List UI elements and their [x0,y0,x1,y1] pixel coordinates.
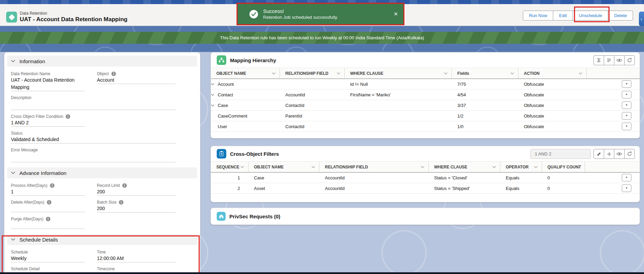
row-actions-dropdown[interactable]: ▼ [622,101,631,109]
record-type-label: Data Retention [20,11,127,16]
field-data-retention-name: Data Retention Name UAT - Account Data R… [11,67,85,91]
refresh-icon[interactable] [624,149,635,159]
sequence-cell: 2 [211,186,248,191]
section-header-advance-information[interactable]: Advance Information [7,167,197,178]
chevron-down-icon [311,166,315,168]
schedule-banner-text: This Data Retention rule has been schedu… [220,35,424,40]
add-icon[interactable] [604,149,614,159]
where-clause-cell: Status = 'Closed' [429,175,500,180]
column-header-where-clause[interactable]: WHERE CLAUSE [429,162,500,172]
object-name-cell: Case [218,103,228,108]
toast-close-icon[interactable]: ✕ [393,11,398,17]
info-icon[interactable] [50,183,55,188]
window-bottom-edge [0,272,644,274]
side-panel-toggle[interactable]: ‹ [639,12,644,26]
annotation-box-toast: Success! Retention Job scheduled success… [237,3,404,25]
data-retention-record-page: Data Retention UAT - Account Data Retent… [0,0,644,274]
section-header-schedule-details[interactable]: Schedule Details [7,234,197,245]
info-icon[interactable] [122,183,127,188]
edit-pencil-icon[interactable] [593,149,604,159]
row-actions-dropdown[interactable]: ▼ [622,91,631,98]
record-titles: Data Retention UAT - Account Data Retent… [20,11,127,23]
fields-cell: 7/75 [452,82,518,87]
chevron-down-icon [11,172,15,174]
tree-leaf-spacer [211,115,218,117]
field-label: Process After(Days) [11,183,47,188]
field-record-limit: Record Limit 200 [97,179,176,196]
info-icon[interactable] [47,200,52,205]
field-value: Validated & Scheduled [11,136,176,143]
field-value [11,205,85,212]
column-header-qualify-count[interactable]: QUALIFY COUNT [542,162,585,172]
caret-down-icon: ▼ [625,176,628,179]
info-icon[interactable] [111,71,116,76]
row-actions-dropdown[interactable]: ▼ [622,174,631,181]
schedule-details-fields: Schedule Weekly Time 12:00:00 AM Schedul… [4,245,200,274]
hierarchy-icon [217,55,226,65]
visibility-icon[interactable] [614,55,625,65]
field-value: 200 [97,188,176,196]
run-now-button[interactable]: Run Now [523,11,553,20]
field-time: Time 12:00:00 AM [97,246,176,262]
row-actions-dropdown[interactable]: ▼ [622,112,631,120]
row-actions-dropdown[interactable]: ▼ [622,184,631,192]
column-header-where-clause[interactable]: WHERE CLAUSE [345,68,452,79]
column-header-action[interactable]: ACTION [518,68,587,79]
field-purge-after-days: Purge After(Days) [11,213,85,229]
relationship-field-cell: AccountId [319,175,429,180]
field-label: Time [97,250,106,255]
row-actions-dropdown[interactable]: ▼ [622,123,631,130]
row-actions-dropdown[interactable]: ▼ [622,80,631,88]
column-label: OBJECT NAME [216,71,246,76]
field-label: Data Retention Name [11,71,50,76]
page-title: UAT - Account Data Retention Mapping [20,16,127,23]
field-object: Object Account [97,67,176,91]
tree-expand-chevron-icon[interactable] [211,104,218,107]
toast-title: Success! [263,8,338,14]
field-label: Schedule [11,250,28,255]
column-label: RELATIONSHIP FIELD [285,71,328,76]
section-title: Schedule Details [19,237,58,243]
column-header-object-name[interactable]: OBJECT NAME [211,68,280,79]
field-description: Description [11,91,176,110]
collapse-rows-icon[interactable] [604,55,614,65]
fields-cell: 1/2 [452,113,518,119]
where-clause-cell: Status = 'Shipped' [429,186,500,191]
column-header-relationship-field[interactable]: RELATIONSHIP FIELD [319,162,429,172]
field-status: Status Validated & Scheduled [11,127,176,143]
refresh-icon[interactable] [624,55,635,65]
chevron-down-icon [240,166,244,168]
visibility-icon[interactable] [614,149,625,159]
column-header-relationship-field[interactable]: RELATIONSHIP FIELD [280,68,345,79]
table-row: User ContactId 1/0 Obfuscate ▼ [211,121,640,132]
table-row: 2 Asset AccountId Status = 'Shipped' Equ… [211,183,640,194]
diamond-glyph [9,14,15,20]
operator-cell: Equals [500,175,542,180]
filters-toolbar-buttons [593,149,635,159]
column-header-sequence[interactable]: SEQUENCE [211,162,248,172]
caret-down-icon: ▼ [625,125,628,128]
fields-cell: 1/0 [452,124,518,129]
info-icon[interactable] [119,200,124,205]
column-header-fields[interactable]: Fields [452,68,518,79]
delete-button[interactable]: Delete [608,11,633,20]
column-label: OBJECT NAME [254,165,284,169]
section-header-information[interactable]: Information [7,56,197,67]
privsec-requests-panel[interactable]: PrivSec Requests (0) [211,208,640,225]
column-label: SEQUENCE [216,165,239,169]
column-header-operator[interactable]: OPERATOR [500,162,542,172]
expand-rows-icon[interactable] [593,55,604,65]
tree-expand-chevron-icon[interactable] [211,94,218,96]
unschedule-button[interactable]: Unschedule [573,11,609,20]
info-icon[interactable] [66,114,70,119]
table-row: CaseComment ParentId 1/2 Obfuscate ▼ [211,111,640,121]
info-icon[interactable] [46,217,51,221]
chevron-down-icon [577,166,581,168]
field-label: Status [11,131,23,136]
tree-expand-chevron-icon[interactable] [211,83,218,85]
column-header-object-name[interactable]: OBJECT NAME [248,162,319,172]
action-cell: Obfuscate [518,124,587,129]
edit-button[interactable]: Edit [553,11,573,20]
chevron-down-icon [11,238,15,241]
column-header-row-actions [585,162,640,172]
